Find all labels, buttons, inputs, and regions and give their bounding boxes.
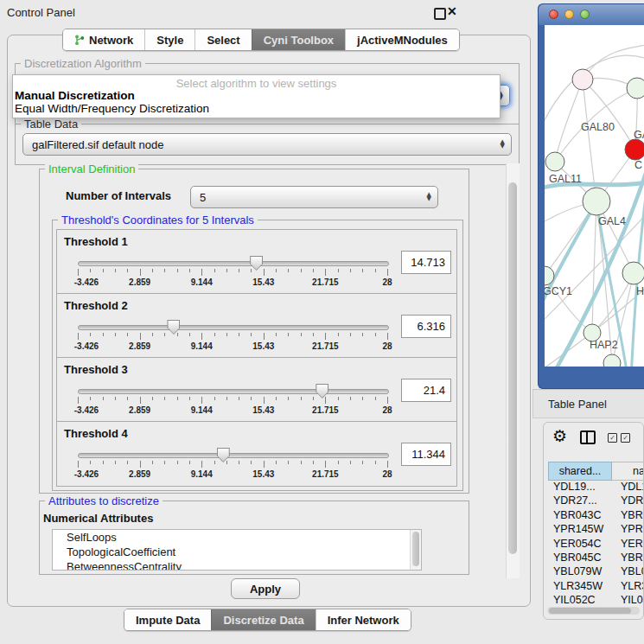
slider-tick <box>387 461 388 468</box>
slider-track[interactable] <box>78 389 389 394</box>
attribute-list-item[interactable]: BetweennessCentrality <box>53 559 421 571</box>
slider-thumb[interactable] <box>167 320 180 335</box>
table-row[interactable]: YPR145WYPR1 <box>548 523 644 537</box>
attribute-list-item[interactable]: TopologicalCoefficient <box>53 545 421 559</box>
settings-viewport: Interval Definition Number of Intervals … <box>13 163 502 578</box>
checkbox-icon[interactable]: ✓ <box>608 433 617 443</box>
table-data-select[interactable]: galFiltered.sif default node ▲▼ <box>22 133 512 156</box>
panel-scrollbar-thumb[interactable] <box>508 182 517 554</box>
tab-label: Infer Network <box>328 614 399 627</box>
slider-scale-label: 9.144 <box>191 341 213 351</box>
attribute-list-item[interactable]: SelfLoops <box>53 530 421 545</box>
slider-tick <box>325 461 326 468</box>
table-row[interactable]: YDL19...YDL1 <box>548 481 644 494</box>
mac-minimize-icon[interactable] <box>564 10 574 19</box>
column-header-name[interactable]: na <box>612 462 644 481</box>
table-row[interactable]: YBR043CYBR0 <box>548 509 644 523</box>
tab-select[interactable]: Select <box>194 29 251 50</box>
network-node-h[interactable] <box>622 262 644 284</box>
table-row[interactable]: YBL079WYBL0 <box>548 565 644 579</box>
algorithm-group-title: Discretization Algorithm <box>21 57 145 70</box>
cell-name: YDR2 <box>612 494 644 508</box>
slider-thumb[interactable] <box>316 384 328 399</box>
threshold-value-input[interactable] <box>401 443 451 466</box>
slider-tick <box>226 461 227 464</box>
network-node-gal80[interactable] <box>572 69 593 90</box>
mac-zoom-icon[interactable] <box>580 10 590 19</box>
slider-tick <box>103 269 104 272</box>
tab-style[interactable]: Style <box>144 29 194 50</box>
threshold-value-input[interactable] <box>401 251 451 274</box>
slider-tick <box>276 397 277 400</box>
list-scrollbar[interactable] <box>410 530 421 570</box>
slider-tick <box>313 397 314 400</box>
slider-tick <box>177 333 178 336</box>
tab-label: jActiveMNodules <box>357 34 448 47</box>
network-node-ga[interactable] <box>627 78 644 99</box>
list-scrollbar-thumb[interactable] <box>412 532 419 566</box>
popup-item-1[interactable]: Manual Discretization <box>15 89 135 102</box>
network-canvas[interactable]: GAL80GACGAL11GAL4GCY1HHAP2 <box>545 25 644 367</box>
network-node[interactable] <box>603 354 621 367</box>
slider-tick <box>78 333 79 340</box>
threshold-label: Threshold 1 <box>64 235 128 248</box>
table-hscrollbar-thumb[interactable] <box>549 608 631 614</box>
slider-tick <box>127 397 128 400</box>
slider-tick <box>387 397 388 404</box>
numerical-attributes-list[interactable]: SelfLoopsTopologicalCoefficientBetweenne… <box>52 529 422 571</box>
apply-button[interactable]: Apply <box>231 578 300 599</box>
checkbox-icon[interactable]: ✓ <box>621 433 630 443</box>
node-label: C <box>634 159 642 171</box>
slider-tick <box>313 269 314 272</box>
tab-impute-data[interactable]: Impute Data <box>124 609 211 630</box>
table-row[interactable]: YER054CYER0 <box>548 538 644 552</box>
slider-scale-label: 28 <box>382 341 392 351</box>
float-window-icon[interactable] <box>434 8 446 20</box>
tab-infer-network[interactable]: Infer Network <box>316 609 411 630</box>
table-hscrollbar[interactable] <box>547 607 640 615</box>
mac-close-icon[interactable] <box>549 10 558 19</box>
slider-tick <box>264 333 265 340</box>
slider-tick <box>325 269 326 276</box>
slider-scale-label: 2.859 <box>129 341 150 351</box>
network-node-gal4[interactable] <box>583 188 610 215</box>
tab-discretize-data[interactable]: Discretize Data <box>211 609 315 630</box>
cell-name: YBR0 <box>612 552 644 565</box>
node-label: GAL80 <box>581 121 615 133</box>
network-window-titlebar[interactable] <box>539 4 644 25</box>
column-header-shared-name[interactable]: shared... <box>548 462 612 481</box>
slider-tick <box>301 269 302 272</box>
panel-scrollbar[interactable] <box>506 163 520 578</box>
table-row[interactable]: YIL052CYIL0 <box>548 594 644 606</box>
tab-jactivemnodules[interactable]: jActiveMNodules <box>345 29 459 50</box>
popup-item-2[interactable]: Equal Width/Frequency Discretization <box>15 102 209 115</box>
slider-tick <box>127 333 128 336</box>
tab-network[interactable]: Network <box>63 29 144 50</box>
slider-track[interactable] <box>78 453 389 458</box>
interval-definition-group: Interval Definition Number of Intervals … <box>39 169 469 494</box>
number-of-intervals-select[interactable]: 5 ▲▼ <box>190 186 438 208</box>
split-pane-icon[interactable] <box>580 430 596 444</box>
slider-tick <box>189 269 190 272</box>
network-node-gal11[interactable] <box>545 152 564 171</box>
table-data-group-title: Table Data <box>21 118 81 131</box>
close-icon[interactable]: ✕ <box>447 4 457 18</box>
slider-tick <box>301 461 302 464</box>
network-node-c[interactable] <box>625 139 644 160</box>
slider-tick <box>362 397 363 400</box>
slider-thumb[interactable] <box>217 448 230 462</box>
slider-scale-label: 2.859 <box>129 469 150 479</box>
slider-track[interactable] <box>78 325 389 330</box>
threshold-value-input[interactable] <box>401 315 451 338</box>
slider-tick <box>78 397 79 404</box>
threshold-value-input[interactable] <box>401 379 451 402</box>
slider-tick <box>239 397 239 400</box>
gear-icon[interactable]: ⚙ <box>552 426 567 445</box>
slider-track[interactable] <box>78 261 389 266</box>
table-row[interactable]: YDR27...YDR2 <box>548 494 644 508</box>
cell-name: YIL0 <box>612 594 644 606</box>
tab-cyni-toolbox[interactable]: Cyni Toolbox <box>252 29 345 50</box>
table-row[interactable]: YBR045CYBR0 <box>548 552 644 565</box>
table-row[interactable]: YLR345WYLR3 <box>548 580 644 594</box>
cell-name: YBR0 <box>612 509 644 523</box>
